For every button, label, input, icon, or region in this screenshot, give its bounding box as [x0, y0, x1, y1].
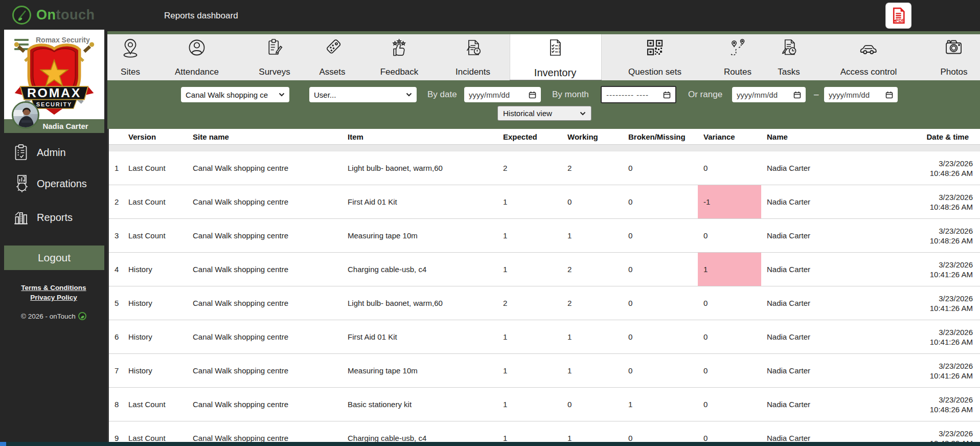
sidebar-item-admin[interactable]: Admin	[0, 141, 107, 164]
chevron-down-icon	[580, 112, 586, 116]
copyright-text: © 2026 - onTouch	[21, 313, 76, 320]
cell-item: Basic stationery kit	[348, 388, 503, 421]
reports-chart-icon	[12, 209, 30, 226]
col-header-datetime: Date & time	[818, 129, 980, 144]
route-pins-icon	[727, 37, 748, 60]
sidebar-item-reports[interactable]: Reports	[0, 206, 107, 229]
tab-inventory[interactable]: 251 Inventory	[534, 34, 576, 79]
cell-name: Nadia Carter	[761, 219, 818, 252]
or-range-label: Or range	[688, 87, 722, 102]
tab-attendance[interactable]: Attendance	[175, 34, 219, 77]
tab-label: Attendance	[175, 67, 219, 77]
cell-broken: 0	[628, 185, 698, 218]
cell-version: History	[128, 253, 193, 286]
incident-report-icon	[463, 37, 483, 60]
tab-routes[interactable]: Routes	[724, 34, 751, 77]
table-header: Version Site name Item Expected Working …	[107, 129, 980, 144]
bottom-scrollbar-track[interactable]	[0, 442, 980, 446]
cell-expected: 1	[503, 219, 567, 252]
tab-photos[interactable]: Photos	[941, 34, 968, 77]
site-filter-select[interactable]: Canal Walk shopping ce	[181, 87, 289, 102]
privacy-link[interactable]: Privacy Policy	[0, 294, 107, 301]
table-row: 8 Last Count Canal Walk shopping centre …	[107, 388, 980, 421]
cell-broken: 0	[628, 354, 698, 387]
cell-item: Charging cable-usb, c4	[348, 253, 503, 286]
pdf-icon: PDF	[889, 6, 908, 25]
col-header-expected: Expected	[503, 129, 567, 144]
tab-question-sets[interactable]: Question sets	[628, 34, 681, 77]
cell-variance: 0	[698, 388, 761, 421]
terms-link[interactable]: Terms & Conditions	[0, 284, 107, 292]
tab-assets[interactable]: Assets	[319, 34, 345, 77]
calendar-icon	[529, 91, 536, 99]
logout-button[interactable]: Logout	[4, 246, 104, 270]
cell-version: Last Count	[128, 151, 193, 185]
user-filter-select[interactable]: User...	[309, 87, 417, 102]
car-icon	[858, 37, 879, 60]
cell-working: 2	[567, 151, 628, 185]
tab-surveys[interactable]: Surveys	[259, 34, 290, 77]
range-start-input[interactable]: yyyy/mm/dd	[732, 87, 806, 102]
table-row: 9 Last Count Canal Walk shopping centre …	[107, 421, 980, 442]
cell-broken: 0	[628, 151, 698, 185]
cell-item: Light bulb- baonet, warm,60	[348, 286, 503, 320]
cell-name: Nadia Carter	[761, 354, 818, 387]
date-placeholder: yyyy/mm/dd	[469, 91, 529, 99]
tab-label: Feedback	[380, 67, 419, 77]
sidebar: Romax Security	[0, 31, 107, 442]
row-num: 5	[107, 286, 128, 320]
copyright: © 2026 - onTouch	[0, 312, 107, 320]
cell-version: Last Count	[128, 421, 193, 442]
cell-site: Canal Walk shopping centre	[193, 388, 348, 421]
tab-sites[interactable]: Sites	[120, 34, 141, 77]
user-avatar[interactable]	[12, 101, 39, 129]
clipboard-pencil-icon	[264, 37, 285, 60]
cell-item: First Aid 01 Kit	[348, 320, 503, 353]
cell-working: 2	[567, 253, 628, 286]
cell-expected: 1	[503, 253, 567, 286]
sidebar-item-operations[interactable]: Operations	[0, 172, 107, 195]
row-num: 2	[107, 185, 128, 218]
tab-feedback[interactable]: Feedback	[380, 34, 419, 77]
cell-working: 0	[567, 185, 628, 218]
camera-icon	[944, 37, 964, 60]
cell-site: Canal Walk shopping centre	[193, 219, 348, 252]
cell-site: Canal Walk shopping centre	[193, 421, 348, 442]
cell-name: Nadia Carter	[761, 421, 818, 442]
cell-datetime: 3/23/202610:41:26 AM	[818, 286, 980, 320]
svg-text:ROMAX: ROMAX	[27, 86, 81, 100]
tab-label: Question sets	[628, 67, 681, 77]
cell-item: First Aid 01 Kit	[348, 185, 503, 218]
cell-item: Measuring tape 10m	[348, 354, 503, 387]
bottom-scrollbar-thumb[interactable]	[0, 442, 6, 446]
tab-label: Access control	[840, 67, 897, 77]
cell-version: Last Count	[128, 185, 193, 218]
cell-variance: 0	[698, 354, 761, 387]
chevron-down-icon	[279, 93, 285, 97]
by-date-input[interactable]: yyyy/mm/dd	[464, 87, 541, 102]
view-mode-select[interactable]: Historical view	[497, 106, 591, 121]
tab-tasks[interactable]: Tasks	[778, 34, 800, 77]
tab-label: Incidents	[455, 67, 490, 77]
tab-incidents[interactable]: Incidents	[455, 34, 490, 77]
range-end-input[interactable]: yyyy/mm/dd	[824, 87, 898, 102]
cell-working: 1	[567, 354, 628, 387]
cell-site: Canal Walk shopping centre	[193, 320, 348, 353]
ontouch-mini-logo-icon	[78, 312, 86, 320]
cell-version: History	[128, 286, 193, 320]
row-num: 6	[107, 320, 128, 353]
tab-access-control[interactable]: Access control	[840, 34, 897, 77]
row-num: 7	[107, 354, 128, 387]
inventory-table: Version Site name Item Expected Working …	[107, 129, 980, 442]
calendar-icon	[793, 91, 801, 99]
cell-name: Nadia Carter	[761, 286, 818, 320]
col-header-item: Item	[348, 129, 503, 144]
export-pdf-button[interactable]: PDF	[886, 3, 911, 28]
cell-expected: 1	[503, 185, 567, 218]
by-month-input[interactable]: --------- ----	[601, 86, 676, 103]
table-row: 2 Last Count Canal Walk shopping centre …	[107, 185, 980, 219]
cell-datetime: 3/23/202610:48:26 AM	[818, 219, 980, 252]
ontouch-logo-icon	[12, 6, 31, 25]
qr-code-icon	[645, 37, 665, 60]
cell-variance: -1	[698, 185, 761, 218]
